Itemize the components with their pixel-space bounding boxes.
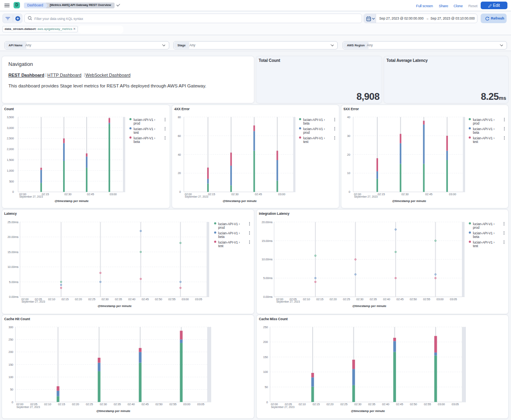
- svg-text:02:55: 02:55: [424, 402, 431, 406]
- svg-text:03:00: 03:00: [182, 297, 189, 301]
- svg-text:02:15: 02:15: [58, 402, 65, 406]
- svg-text:02:30: 02:30: [100, 402, 107, 406]
- svg-text:September 27, 2023: September 27, 2023: [276, 300, 300, 303]
- svg-text:prod: prod: [303, 131, 310, 135]
- svg-text:lucian-API-V1 ›: lucian-API-V1 ›: [473, 240, 495, 244]
- svg-text:1,500: 1,500: [7, 158, 14, 162]
- svg-text:02:55: 02:55: [168, 297, 176, 301]
- svg-text:02:30: 02:30: [101, 297, 109, 301]
- svg-text:60: 60: [178, 134, 181, 138]
- svg-text:lucian-API-V1 ›: lucian-API-V1 ›: [134, 118, 156, 122]
- svg-text:02:20: 02:20: [330, 297, 337, 301]
- svg-text:10.00ms: 10.00ms: [261, 258, 273, 261]
- svg-text:test: test: [473, 244, 479, 248]
- svg-text:lucian-API-V1 ›: lucian-API-V1 ›: [473, 222, 495, 226]
- svg-text:02:15: 02:15: [313, 402, 320, 406]
- svg-text:500: 500: [9, 180, 14, 183]
- svg-text:0: 0: [349, 190, 350, 194]
- svg-text:150: 150: [263, 355, 268, 359]
- svg-text:02:35: 02:35: [370, 297, 377, 301]
- svg-text:0: 0: [12, 190, 14, 194]
- svg-text:03:00: 03:00: [183, 402, 190, 406]
- svg-text:lucian-API-V1 ›: lucian-API-V1 ›: [218, 222, 240, 226]
- svg-text:lucian-API-V1 ›: lucian-API-V1 ›: [134, 127, 156, 131]
- svg-text:test: test: [303, 140, 309, 144]
- svg-text:02:25: 02:25: [341, 402, 348, 406]
- svg-text:03:05: 03:05: [195, 297, 202, 301]
- svg-text:@timestamp per minute: @timestamp per minute: [392, 199, 426, 203]
- svg-text:beta: beta: [134, 140, 140, 144]
- svg-text:20: 20: [178, 171, 181, 175]
- svg-text:test: test: [218, 244, 224, 248]
- svg-text:02:35: 02:35: [368, 402, 375, 406]
- svg-text:300: 300: [8, 325, 13, 329]
- svg-text:02:10: 02:10: [48, 297, 55, 301]
- svg-text:50: 50: [10, 388, 13, 391]
- svg-text:100: 100: [263, 370, 268, 374]
- svg-text:100: 100: [8, 375, 13, 379]
- svg-text:02:30: 02:30: [402, 192, 409, 196]
- svg-text:5.00ms: 5.00ms: [9, 280, 19, 284]
- svg-text:02:55: 02:55: [423, 297, 430, 301]
- svg-text:@timestamp per minute: @timestamp per minute: [351, 409, 385, 413]
- svg-text:250: 250: [8, 338, 13, 341]
- svg-text:50: 50: [265, 385, 268, 389]
- svg-text:beta: beta: [218, 235, 225, 239]
- svg-text:03:00: 03:00: [278, 192, 285, 196]
- svg-text:03:05: 03:05: [452, 402, 459, 406]
- svg-text:250: 250: [263, 325, 268, 329]
- svg-text:02:40: 02:40: [382, 402, 389, 406]
- svg-text:02:30: 02:30: [354, 402, 361, 406]
- svg-text:02:50: 02:50: [410, 297, 417, 301]
- svg-text:@timestamp per minute: @timestamp per minute: [352, 304, 386, 308]
- svg-text:@timestamp per minute: @timestamp per minute: [97, 304, 131, 308]
- svg-text:2,000: 2,000: [7, 147, 14, 151]
- svg-text:lucian-API-V1 ›: lucian-API-V1 ›: [303, 127, 325, 131]
- svg-text:2,500: 2,500: [7, 137, 14, 140]
- svg-text:02:20: 02:20: [75, 297, 82, 301]
- svg-text:lucian-API-V1 ›: lucian-API-V1 ›: [473, 127, 495, 131]
- svg-text:200: 200: [263, 340, 268, 344]
- svg-text:@timestamp per minute: @timestamp per minute: [96, 409, 130, 413]
- svg-text:beta: beta: [303, 121, 309, 125]
- svg-text:lucian-API-V1 ›: lucian-API-V1 ›: [218, 240, 240, 244]
- svg-text:September 27, 2023: September 27, 2023: [354, 195, 378, 198]
- svg-text:02:10: 02:10: [44, 402, 51, 406]
- svg-text:02:15: 02:15: [61, 297, 69, 301]
- svg-text:September 27, 2023: September 27, 2023: [271, 406, 295, 409]
- svg-text:03:00: 03:00: [109, 192, 117, 196]
- svg-text:02:40: 02:40: [128, 297, 135, 301]
- svg-text:02:30: 02:30: [357, 297, 364, 301]
- svg-text:02:20: 02:20: [72, 402, 79, 406]
- svg-text:beta: beta: [473, 131, 479, 135]
- svg-text:02:15: 02:15: [208, 192, 215, 196]
- svg-text:02:25: 02:25: [343, 297, 350, 301]
- svg-text:25.00ms: 25.00ms: [8, 220, 19, 224]
- svg-text:prod: prod: [218, 226, 225, 230]
- svg-text:prod: prod: [134, 121, 141, 125]
- svg-text:40: 40: [178, 153, 181, 157]
- svg-text:02:20: 02:20: [327, 402, 334, 406]
- svg-text:3,000: 3,000: [7, 126, 14, 130]
- svg-text:02:40: 02:40: [383, 297, 390, 301]
- svg-text:02:45: 02:45: [142, 402, 149, 406]
- svg-text:September 27, 2023: September 27, 2023: [22, 300, 45, 303]
- svg-text:02:35: 02:35: [115, 297, 122, 301]
- svg-text:40: 40: [347, 115, 350, 119]
- svg-text:30: 30: [347, 134, 350, 138]
- svg-text:5.00ms: 5.00ms: [263, 276, 273, 280]
- svg-text:02:45: 02:45: [396, 402, 403, 406]
- svg-text:02:30: 02:30: [232, 192, 239, 196]
- svg-text:1,000: 1,000: [7, 169, 14, 172]
- svg-text:03:05: 03:05: [450, 297, 457, 301]
- svg-text:02:25: 02:25: [88, 297, 95, 301]
- svg-text:03:00: 03:00: [438, 402, 445, 406]
- svg-text:September 27, 2023: September 27, 2023: [19, 195, 43, 198]
- svg-text:lucian-API-V1 ›: lucian-API-V1 ›: [303, 118, 325, 122]
- svg-text:10: 10: [347, 171, 350, 175]
- svg-text:02:45: 02:45: [396, 297, 404, 301]
- svg-text:02:25: 02:25: [86, 402, 93, 406]
- svg-text:lucian-API-V1 ›: lucian-API-V1 ›: [473, 136, 495, 140]
- svg-text:0.00ms: 0.00ms: [9, 295, 19, 299]
- svg-text:02:15: 02:15: [378, 192, 385, 196]
